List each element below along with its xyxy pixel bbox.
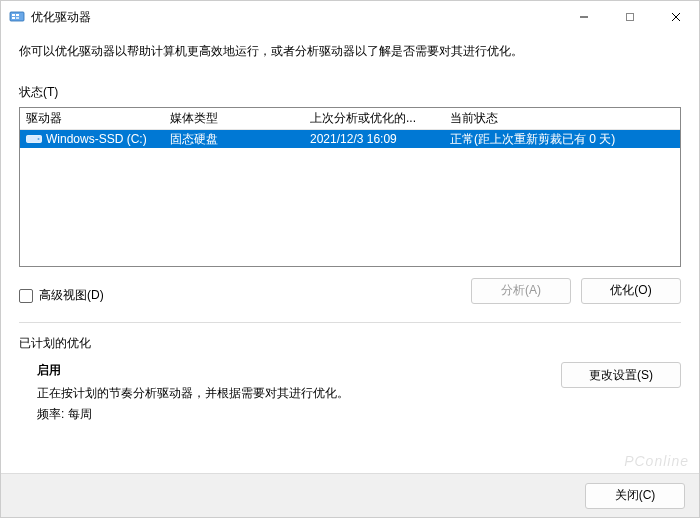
close-dialog-button[interactable]: 关闭(C) bbox=[585, 483, 685, 509]
advanced-view-label: 高级视图(D) bbox=[39, 287, 104, 304]
schedule-freq: 频率: 每周 bbox=[37, 406, 561, 423]
drive-media: 固态硬盘 bbox=[170, 131, 310, 148]
schedule-enable: 启用 bbox=[37, 362, 561, 379]
window-title: 优化驱动器 bbox=[31, 9, 91, 26]
status-label: 状态(T) bbox=[19, 84, 681, 101]
drive-row[interactable]: Windows-SSD (C:) 固态硬盘 2021/12/3 16:09 正常… bbox=[20, 130, 680, 148]
col-drive[interactable]: 驱动器 bbox=[20, 110, 170, 127]
maximize-button[interactable] bbox=[607, 1, 653, 33]
schedule-desc: 正在按计划的节奏分析驱动器，并根据需要对其进行优化。 bbox=[37, 385, 561, 402]
divider bbox=[19, 322, 681, 323]
advanced-view-checkbox[interactable]: 高级视图(D) bbox=[19, 287, 104, 304]
optimize-button[interactable]: 优化(O) bbox=[581, 278, 681, 304]
col-state[interactable]: 当前状态 bbox=[450, 110, 680, 127]
drive-name: Windows-SSD (C:) bbox=[46, 132, 147, 146]
window-controls bbox=[561, 1, 699, 33]
drives-list[interactable]: 驱动器 媒体类型 上次分析或优化的... 当前状态 Windows-SSD (C… bbox=[19, 107, 681, 267]
description-text: 你可以优化驱动器以帮助计算机更高效地运行，或者分析驱动器以了解是否需要对其进行优… bbox=[19, 43, 681, 60]
footer: 关闭(C) bbox=[1, 473, 699, 517]
drive-last: 2021/12/3 16:09 bbox=[310, 132, 450, 146]
minimize-button[interactable] bbox=[561, 1, 607, 33]
svg-rect-3 bbox=[12, 17, 15, 19]
checkbox-icon[interactable] bbox=[19, 289, 33, 303]
drives-header[interactable]: 驱动器 媒体类型 上次分析或优化的... 当前状态 bbox=[20, 108, 680, 130]
analyze-button[interactable]: 分析(A) bbox=[471, 278, 571, 304]
defrag-icon bbox=[9, 9, 25, 25]
close-button[interactable] bbox=[653, 1, 699, 33]
svg-rect-1 bbox=[12, 14, 15, 16]
svg-point-10 bbox=[38, 138, 40, 140]
svg-rect-2 bbox=[16, 14, 19, 16]
change-settings-button[interactable]: 更改设置(S) bbox=[561, 362, 681, 388]
drive-state: 正常(距上次重新剪裁已有 0 天) bbox=[450, 131, 680, 148]
svg-rect-6 bbox=[627, 14, 634, 21]
watermark: PConline bbox=[624, 453, 689, 469]
svg-rect-0 bbox=[10, 12, 24, 21]
col-last[interactable]: 上次分析或优化的... bbox=[310, 110, 450, 127]
svg-rect-4 bbox=[16, 17, 19, 19]
schedule-title: 已计划的优化 bbox=[19, 335, 681, 352]
titlebar: 优化驱动器 bbox=[1, 1, 699, 33]
drive-icon bbox=[26, 133, 42, 145]
col-media[interactable]: 媒体类型 bbox=[170, 110, 310, 127]
